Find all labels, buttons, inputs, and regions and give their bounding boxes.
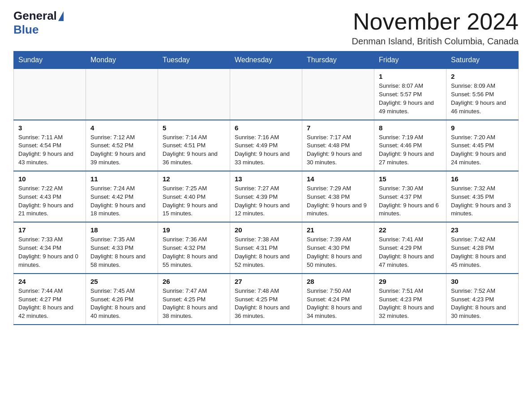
day-number: 25 xyxy=(90,278,153,285)
calendar-cell: 7Sunrise: 7:17 AM Sunset: 4:48 PM Daylig… xyxy=(302,120,374,171)
calendar-cell: 9Sunrise: 7:20 AM Sunset: 4:45 PM Daylig… xyxy=(446,120,519,171)
calendar-cell xyxy=(302,69,374,120)
calendar-cell: 12Sunrise: 7:25 AM Sunset: 4:40 PM Dayli… xyxy=(158,171,230,222)
calendar-cell: 14Sunrise: 7:29 AM Sunset: 4:38 PM Dayli… xyxy=(302,171,374,222)
logo: General Blue xyxy=(13,9,64,37)
day-info: Sunrise: 7:32 AM Sunset: 4:35 PM Dayligh… xyxy=(451,184,514,218)
calendar-week-row: 10Sunrise: 7:22 AM Sunset: 4:43 PM Dayli… xyxy=(14,171,519,222)
day-info: Sunrise: 7:24 AM Sunset: 4:42 PM Dayligh… xyxy=(90,184,153,218)
calendar-cell: 23Sunrise: 7:42 AM Sunset: 4:28 PM Dayli… xyxy=(446,222,519,273)
day-of-week-header: Friday xyxy=(374,51,446,69)
day-number: 24 xyxy=(18,278,81,285)
calendar-cell: 6Sunrise: 7:16 AM Sunset: 4:49 PM Daylig… xyxy=(230,120,302,171)
calendar-cell: 25Sunrise: 7:45 AM Sunset: 4:26 PM Dayli… xyxy=(86,274,158,325)
calendar-cell: 5Sunrise: 7:14 AM Sunset: 4:51 PM Daylig… xyxy=(158,120,230,171)
day-number: 22 xyxy=(379,226,442,234)
day-info: Sunrise: 7:47 AM Sunset: 4:25 PM Dayligh… xyxy=(163,287,225,321)
day-number: 30 xyxy=(451,278,514,285)
calendar-cell: 28Sunrise: 7:50 AM Sunset: 4:24 PM Dayli… xyxy=(302,274,374,325)
day-number: 6 xyxy=(235,124,297,132)
day-number: 8 xyxy=(379,124,442,132)
location-label: Denman Island, British Columbia, Canada xyxy=(352,36,519,47)
calendar-cell: 18Sunrise: 7:35 AM Sunset: 4:33 PM Dayli… xyxy=(86,222,158,273)
calendar-cell: 13Sunrise: 7:27 AM Sunset: 4:39 PM Dayli… xyxy=(230,171,302,222)
calendar-cell: 3Sunrise: 7:11 AM Sunset: 4:54 PM Daylig… xyxy=(14,120,86,171)
day-info: Sunrise: 7:11 AM Sunset: 4:54 PM Dayligh… xyxy=(18,133,81,167)
calendar-cell: 10Sunrise: 7:22 AM Sunset: 4:43 PM Dayli… xyxy=(14,171,86,222)
day-info: Sunrise: 7:36 AM Sunset: 4:32 PM Dayligh… xyxy=(163,235,225,269)
day-number: 14 xyxy=(307,175,369,183)
day-info: Sunrise: 7:20 AM Sunset: 4:45 PM Dayligh… xyxy=(451,133,514,167)
day-number: 29 xyxy=(379,278,442,285)
day-number: 13 xyxy=(235,175,297,183)
day-number: 17 xyxy=(18,226,81,234)
day-number: 15 xyxy=(379,175,442,183)
calendar-cell: 8Sunrise: 7:19 AM Sunset: 4:46 PM Daylig… xyxy=(374,120,446,171)
calendar-cell: 30Sunrise: 7:52 AM Sunset: 4:23 PM Dayli… xyxy=(446,274,519,325)
calendar-header: SundayMondayTuesdayWednesdayThursdayFrid… xyxy=(14,51,519,69)
title-block: November 2024 Denman Island, British Col… xyxy=(352,9,519,47)
day-number: 4 xyxy=(90,124,153,132)
day-number: 5 xyxy=(163,124,225,132)
day-info: Sunrise: 7:33 AM Sunset: 4:34 PM Dayligh… xyxy=(18,235,81,269)
calendar-cell: 22Sunrise: 7:41 AM Sunset: 4:29 PM Dayli… xyxy=(374,222,446,273)
day-info: Sunrise: 7:16 AM Sunset: 4:49 PM Dayligh… xyxy=(235,133,297,167)
day-number: 21 xyxy=(307,226,369,234)
calendar-cell: 21Sunrise: 7:39 AM Sunset: 4:30 PM Dayli… xyxy=(302,222,374,273)
calendar-cell xyxy=(230,69,302,120)
day-info: Sunrise: 7:42 AM Sunset: 4:28 PM Dayligh… xyxy=(451,235,514,269)
logo-blue-label: Blue xyxy=(13,23,39,37)
day-of-week-header: Saturday xyxy=(446,51,519,69)
day-info: Sunrise: 8:07 AM Sunset: 5:57 PM Dayligh… xyxy=(379,82,442,116)
calendar-cell: 2Sunrise: 8:09 AM Sunset: 5:56 PM Daylig… xyxy=(446,69,519,120)
day-of-week-header: Tuesday xyxy=(158,51,230,69)
day-number: 1 xyxy=(379,73,442,80)
day-number: 7 xyxy=(307,124,369,132)
calendar-cell: 26Sunrise: 7:47 AM Sunset: 4:25 PM Dayli… xyxy=(158,274,230,325)
calendar-cell: 24Sunrise: 7:44 AM Sunset: 4:27 PM Dayli… xyxy=(14,274,86,325)
calendar-cell: 29Sunrise: 7:51 AM Sunset: 4:23 PM Dayli… xyxy=(374,274,446,325)
calendar-cell: 27Sunrise: 7:48 AM Sunset: 4:25 PM Dayli… xyxy=(230,274,302,325)
day-number: 3 xyxy=(18,124,81,132)
calendar-cell: 4Sunrise: 7:12 AM Sunset: 4:52 PM Daylig… xyxy=(86,120,158,171)
day-number: 28 xyxy=(307,278,369,285)
day-info: Sunrise: 7:30 AM Sunset: 4:37 PM Dayligh… xyxy=(379,184,442,218)
logo-general-text: General xyxy=(13,9,64,23)
day-number: 19 xyxy=(163,226,225,234)
calendar-week-row: 1Sunrise: 8:07 AM Sunset: 5:57 PM Daylig… xyxy=(14,69,519,120)
day-info: Sunrise: 7:50 AM Sunset: 4:24 PM Dayligh… xyxy=(307,287,369,321)
day-info: Sunrise: 7:48 AM Sunset: 4:25 PM Dayligh… xyxy=(235,287,297,321)
calendar-cell: 1Sunrise: 8:07 AM Sunset: 5:57 PM Daylig… xyxy=(374,69,446,120)
day-of-week-header: Thursday xyxy=(302,51,374,69)
days-of-week-row: SundayMondayTuesdayWednesdayThursdayFrid… xyxy=(14,51,519,69)
calendar-cell: 17Sunrise: 7:33 AM Sunset: 4:34 PM Dayli… xyxy=(14,222,86,273)
calendar-cell: 20Sunrise: 7:38 AM Sunset: 4:31 PM Dayli… xyxy=(230,222,302,273)
day-info: Sunrise: 7:45 AM Sunset: 4:26 PM Dayligh… xyxy=(90,287,153,321)
day-number: 20 xyxy=(235,226,297,234)
day-of-week-header: Sunday xyxy=(14,51,86,69)
day-info: Sunrise: 7:25 AM Sunset: 4:40 PM Dayligh… xyxy=(163,184,225,218)
calendar-table: SundayMondayTuesdayWednesdayThursdayFrid… xyxy=(13,51,519,325)
calendar-cell xyxy=(158,69,230,120)
day-number: 9 xyxy=(451,124,514,132)
day-number: 10 xyxy=(18,175,81,183)
day-info: Sunrise: 7:51 AM Sunset: 4:23 PM Dayligh… xyxy=(379,287,442,321)
calendar-week-row: 3Sunrise: 7:11 AM Sunset: 4:54 PM Daylig… xyxy=(14,120,519,171)
logo-triangle-icon xyxy=(58,11,64,21)
day-of-week-header: Wednesday xyxy=(230,51,302,69)
calendar-cell: 16Sunrise: 7:32 AM Sunset: 4:35 PM Dayli… xyxy=(446,171,519,222)
day-info: Sunrise: 7:29 AM Sunset: 4:38 PM Dayligh… xyxy=(307,184,369,218)
day-info: Sunrise: 7:19 AM Sunset: 4:46 PM Dayligh… xyxy=(379,133,442,167)
calendar-cell: 11Sunrise: 7:24 AM Sunset: 4:42 PM Dayli… xyxy=(86,171,158,222)
page-header: General Blue November 2024 Denman Island… xyxy=(13,9,519,47)
calendar-cell xyxy=(86,69,158,120)
day-of-week-header: Monday xyxy=(86,51,158,69)
day-info: Sunrise: 7:44 AM Sunset: 4:27 PM Dayligh… xyxy=(18,287,81,321)
day-info: Sunrise: 7:12 AM Sunset: 4:52 PM Dayligh… xyxy=(90,133,153,167)
day-info: Sunrise: 7:35 AM Sunset: 4:33 PM Dayligh… xyxy=(90,235,153,269)
day-info: Sunrise: 7:17 AM Sunset: 4:48 PM Dayligh… xyxy=(307,133,369,167)
day-info: Sunrise: 8:09 AM Sunset: 5:56 PM Dayligh… xyxy=(451,82,514,116)
day-info: Sunrise: 7:41 AM Sunset: 4:29 PM Dayligh… xyxy=(379,235,442,269)
day-number: 26 xyxy=(163,278,225,285)
calendar-cell xyxy=(14,69,86,120)
